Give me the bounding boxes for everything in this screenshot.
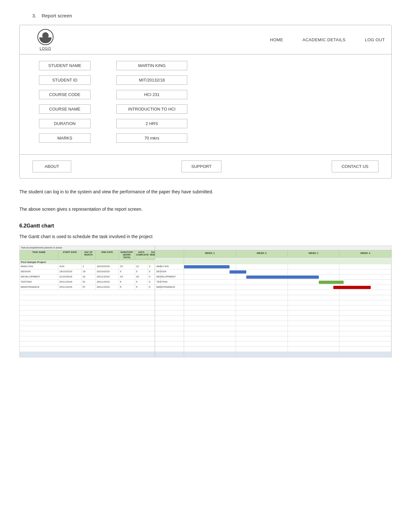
footer-nav: ABOUT SUPPORT CONTACT US xyxy=(20,155,391,178)
nav-home[interactable]: HOME xyxy=(270,37,283,42)
form-label: DURATION xyxy=(39,119,91,128)
form-value: MIT/20132/18 xyxy=(116,75,187,85)
form-row: DURATION 2 HRS xyxy=(39,119,372,128)
description-2: The above screen gives s representation … xyxy=(19,206,392,213)
form-area: STUDENT NAME MARTIN KING STUDENT ID MIT/… xyxy=(20,54,391,155)
nav-links: HOME ACADEMIC DETAILS LOG OUT xyxy=(270,37,385,42)
form-rows: STUDENT NAME MARTIN KING STUDENT ID MIT/… xyxy=(39,61,372,143)
about-button[interactable]: ABOUT xyxy=(33,160,71,172)
support-button[interactable]: SUPPORT xyxy=(181,160,222,172)
logo-area: LOGO xyxy=(26,29,65,50)
form-label: STUDENT NAME xyxy=(39,61,91,70)
nav-logout[interactable]: LOG OUT xyxy=(365,37,385,42)
description-1: The student can log in to the system and… xyxy=(19,188,392,196)
form-label: COURSE NAME xyxy=(39,104,91,114)
form-row: STUDENT NAME MARTIN KING xyxy=(39,61,372,70)
form-value: 70 mkrs xyxy=(116,133,187,143)
form-value: MARTIN KING xyxy=(116,61,187,70)
section-title-text: Report screen xyxy=(42,13,72,18)
form-row: COURSE NAME INTRODUCTION TO HCI xyxy=(39,104,372,114)
form-row: COURSE CODE HCI 231 xyxy=(39,90,372,99)
form-value: HCI 231 xyxy=(116,90,187,99)
form-label: MARKS xyxy=(39,133,91,143)
form-label: COURSE CODE xyxy=(39,90,91,99)
contact-button[interactable]: CONTACT US xyxy=(332,160,378,172)
nav-academic[interactable]: ACADEMIC DETAILS xyxy=(303,37,346,42)
nav-bar: LOGO HOME ACADEMIC DETAILS LOG OUT xyxy=(20,25,391,54)
report-screen: LOGO HOME ACADEMIC DETAILS LOG OUT STUDE… xyxy=(19,25,392,179)
gantt-description: The Gantt chart is used to schedule the … xyxy=(19,234,392,239)
section-62-title: 6.2Gantt chart xyxy=(19,223,392,229)
gantt-chart: Task accomplishments planned vs actualTA… xyxy=(19,246,392,357)
logo-icon xyxy=(37,29,54,45)
section-heading: 3. Report screen xyxy=(32,13,392,18)
form-row: STUDENT ID MIT/20132/18 xyxy=(39,75,372,85)
logo-text: LOGO xyxy=(40,46,51,50)
form-value: 2 HRS xyxy=(116,119,187,128)
section-number: 3. xyxy=(32,13,36,18)
form-value: INTRODUCTION TO HCI xyxy=(116,104,187,114)
form-label: STUDENT ID xyxy=(39,75,91,85)
form-row: MARKS 70 mkrs xyxy=(39,133,372,143)
